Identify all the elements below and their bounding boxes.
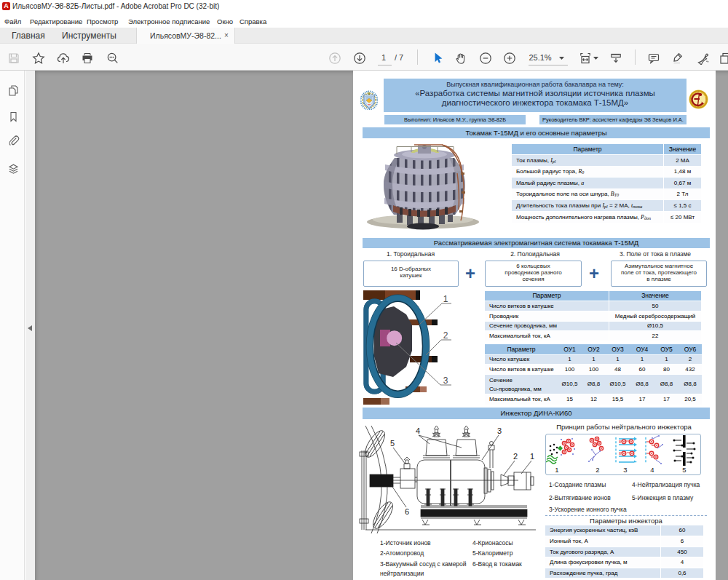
svg-text:1: 1 (530, 452, 534, 461)
svg-text:4: 4 (650, 466, 654, 474)
svg-text:3: 3 (443, 376, 448, 386)
svg-text:5: 5 (390, 439, 395, 448)
svg-text:2: 2 (513, 452, 518, 461)
svg-text:3: 3 (497, 426, 502, 435)
svg-text:3: 3 (623, 466, 627, 474)
svg-text:5: 5 (682, 466, 686, 474)
svg-text:6: 6 (405, 507, 409, 516)
svg-text:1: 1 (555, 466, 558, 474)
svg-text:2: 2 (596, 466, 599, 474)
svg-text:2: 2 (443, 330, 448, 341)
svg-text:4: 4 (416, 426, 420, 435)
svg-text:1: 1 (443, 294, 448, 304)
